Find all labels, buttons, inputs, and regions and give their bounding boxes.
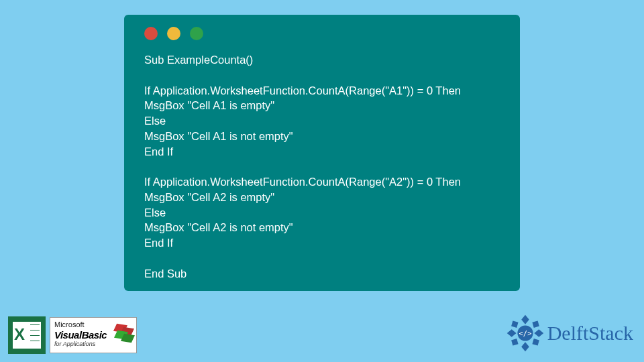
svg-text:</>: </> (519, 329, 531, 337)
svg-marker-3 (534, 329, 543, 337)
window-controls (144, 27, 500, 40)
svg-marker-0 (521, 315, 529, 324)
footer-right: </> DelftStack (506, 314, 633, 353)
footer-left: Microsoft VisualBasic for Applications (8, 316, 137, 354)
svg-marker-1 (521, 342, 529, 351)
svg-marker-5 (532, 320, 539, 327)
svg-marker-4 (511, 320, 518, 327)
excel-icon (8, 316, 46, 354)
maximize-icon[interactable] (190, 27, 203, 40)
minimize-icon[interactable] (167, 27, 180, 40)
visual-basic-badge: Microsoft VisualBasic for Applications (50, 317, 137, 353)
close-icon[interactable] (144, 27, 158, 40)
svg-marker-7 (532, 339, 539, 345)
vb-shapes-icon (109, 323, 135, 343)
delftstack-logo-icon: </> (506, 314, 545, 353)
code-window: Sub ExampleCounta() If Application.Works… (124, 15, 520, 291)
delftstack-brand-label: DelftStack (547, 322, 633, 345)
code-content: Sub ExampleCounta() If Application.Works… (144, 52, 500, 281)
svg-marker-6 (511, 339, 518, 345)
svg-marker-2 (506, 329, 516, 337)
